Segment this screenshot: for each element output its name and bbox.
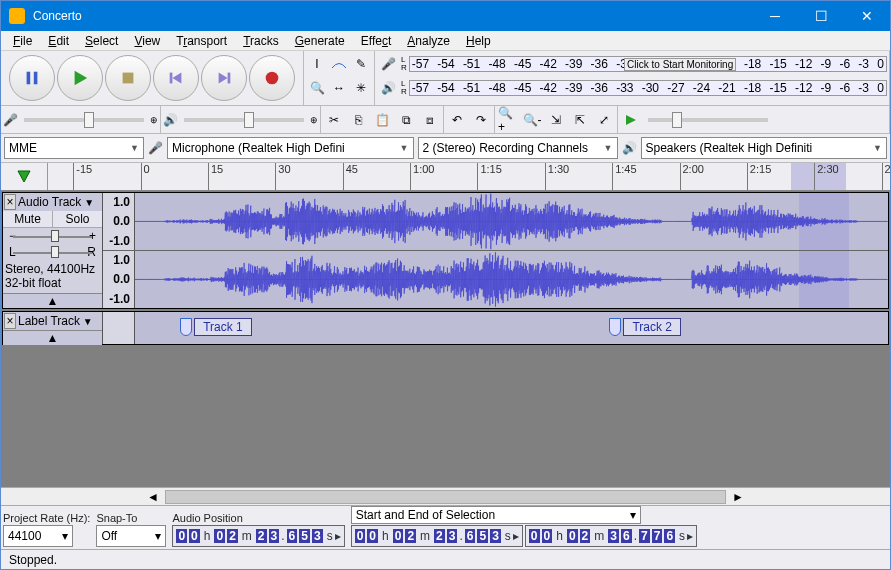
zoom-in-icon[interactable]: 🔍+ bbox=[497, 109, 519, 131]
zoom-fit-icon[interactable]: ⇱ bbox=[569, 109, 591, 131]
wave-right-channel[interactable]: 1.00.0-1.0 bbox=[103, 251, 888, 308]
zoom-tool-icon[interactable]: 🔍 bbox=[306, 77, 328, 99]
snap-label: Snap-To bbox=[96, 512, 166, 524]
svg-marker-6 bbox=[219, 73, 228, 84]
track-close-button[interactable]: × bbox=[4, 194, 16, 210]
play-vol-slider[interactable] bbox=[184, 118, 304, 122]
minimize-button[interactable]: ─ bbox=[752, 1, 798, 31]
timeline[interactable]: -1501530451:001:151:301:452:002:152:302:… bbox=[1, 163, 890, 191]
snap-combo[interactable]: Off▾ bbox=[96, 525, 166, 547]
undo-toolbar: ↶ ↷ bbox=[444, 106, 495, 133]
pan-slider[interactable]: LR bbox=[3, 244, 102, 260]
pause-button[interactable] bbox=[9, 55, 55, 101]
label-body[interactable]: Track 1Track 2 bbox=[135, 312, 888, 344]
status-bar: Stopped. bbox=[1, 549, 890, 569]
speaker-icon: 🔊 bbox=[163, 113, 178, 127]
speaker-icon[interactable]: 🔊 bbox=[377, 77, 399, 99]
stop-button[interactable] bbox=[105, 55, 151, 101]
vertical-scale: 1.00.0-1.0 bbox=[103, 193, 135, 250]
plus-icon: ⊕ bbox=[150, 115, 158, 125]
track-collapse-button[interactable]: ▲ bbox=[3, 330, 102, 345]
selection-end-box[interactable]: 00 h 02 m 36.776 s▸ bbox=[525, 525, 697, 547]
menu-help[interactable]: Help bbox=[458, 32, 499, 50]
wave-left-channel[interactable]: 1.00.0-1.0 bbox=[103, 193, 888, 251]
record-meter-toolbar: 🎤 LR -57-54-51-48-45-42-39-36-33-30-27-2… bbox=[375, 51, 890, 105]
timeline-playhead-icon[interactable] bbox=[1, 163, 47, 190]
undo-icon[interactable]: ↶ bbox=[446, 109, 468, 131]
solo-button[interactable]: Solo bbox=[53, 211, 102, 227]
track-area: × Audio Track ▼ Mute Solo −+ LR Stereo, … bbox=[1, 191, 890, 487]
menu-transport[interactable]: Transport bbox=[168, 32, 235, 50]
menu-generate[interactable]: Generate bbox=[287, 32, 353, 50]
gain-slider[interactable]: −+ bbox=[3, 228, 102, 244]
draw-tool-icon[interactable]: ✎ bbox=[350, 53, 372, 75]
svg-rect-4 bbox=[170, 73, 173, 84]
track-collapse-button[interactable]: ▲ bbox=[3, 293, 102, 308]
svg-marker-10 bbox=[18, 171, 30, 182]
copy-icon[interactable]: ⎘ bbox=[347, 109, 369, 131]
menu-tracks[interactable]: Tracks bbox=[235, 32, 287, 50]
timeline-ruler[interactable]: -1501530451:001:151:301:452:002:152:302:… bbox=[47, 163, 890, 190]
mixer-play-slider: 🔊 ⊕ bbox=[161, 106, 321, 133]
play-speed-icon[interactable] bbox=[620, 109, 642, 131]
titlebar[interactable]: Concerto ─ ☐ ✕ bbox=[1, 1, 890, 31]
audio-track: × Audio Track ▼ Mute Solo −+ LR Stereo, … bbox=[2, 192, 889, 309]
trim-icon[interactable]: ⧉ bbox=[395, 109, 417, 131]
output-device-combo[interactable]: Speakers (Realtek High Definiti▼ bbox=[641, 137, 888, 159]
paste-icon[interactable]: 📋 bbox=[371, 109, 393, 131]
selection-start-box[interactable]: 00 h 02 m 23.653 s▸ bbox=[351, 525, 523, 547]
mic-icon[interactable]: 🎤 bbox=[377, 53, 399, 75]
label-marker[interactable]: Track 1 bbox=[180, 318, 252, 336]
menubar: File Edit Select View Transport Tracks G… bbox=[1, 31, 890, 51]
window-title: Concerto bbox=[33, 9, 752, 23]
input-device-combo[interactable]: Microphone (Realtek High Defini▼ bbox=[167, 137, 414, 159]
vertical-scale: 1.00.0-1.0 bbox=[103, 251, 135, 308]
horizontal-scrollbar[interactable]: ◄► bbox=[1, 487, 890, 505]
selection-tool-icon[interactable]: I bbox=[306, 53, 328, 75]
menu-view[interactable]: View bbox=[126, 32, 168, 50]
edit-toolbar: ✂ ⎘ 📋 ⧉ ⧈ bbox=[321, 106, 444, 133]
svg-marker-2 bbox=[75, 71, 88, 85]
svg-rect-1 bbox=[34, 72, 38, 85]
skip-start-button[interactable] bbox=[153, 55, 199, 101]
menu-select[interactable]: Select bbox=[77, 32, 126, 50]
play-button[interactable] bbox=[57, 55, 103, 101]
rec-vol-slider[interactable] bbox=[24, 118, 144, 122]
label-track: ×Label Track ▼ ▲ Track 1Track 2 bbox=[2, 311, 889, 345]
zoom-sel-icon[interactable]: ⇲ bbox=[545, 109, 567, 131]
playatspeed-toolbar bbox=[618, 106, 890, 133]
record-button[interactable] bbox=[249, 55, 295, 101]
play-meter[interactable]: -57-54-51-48-45-42-39-36-33-30-27-24-21-… bbox=[409, 80, 887, 96]
record-meter[interactable]: -57-54-51-48-45-42-39-36-33-30-27-24-21-… bbox=[409, 56, 887, 72]
meter-lr-label: LR bbox=[401, 56, 407, 72]
menu-analyze[interactable]: Analyze bbox=[399, 32, 458, 50]
channels-combo[interactable]: 2 (Stereo) Recording Channels▼ bbox=[418, 137, 618, 159]
selection-range-combo[interactable]: Start and End of Selection▾ bbox=[351, 506, 641, 524]
zoom-toggle-icon[interactable]: ⤢ bbox=[593, 109, 615, 131]
host-combo[interactable]: MME▼ bbox=[4, 137, 144, 159]
menu-file[interactable]: File bbox=[5, 32, 40, 50]
audio-position-box[interactable]: 00 h 02 m 23.653 s▸ bbox=[172, 525, 344, 547]
menu-edit[interactable]: Edit bbox=[40, 32, 77, 50]
redo-icon[interactable]: ↷ bbox=[470, 109, 492, 131]
maximize-button[interactable]: ☐ bbox=[798, 1, 844, 31]
label-marker[interactable]: Track 2 bbox=[609, 318, 681, 336]
timeshift-tool-icon[interactable]: ↔ bbox=[328, 77, 350, 99]
menu-effect[interactable]: Effect bbox=[353, 32, 399, 50]
close-button[interactable]: ✕ bbox=[844, 1, 890, 31]
svg-rect-3 bbox=[123, 73, 134, 84]
silence-icon[interactable]: ⧈ bbox=[419, 109, 441, 131]
meter-start-hint[interactable]: Click to Start Monitoring bbox=[624, 58, 736, 71]
cut-icon[interactable]: ✂ bbox=[323, 109, 345, 131]
project-rate-combo[interactable]: 44100▾ bbox=[3, 525, 73, 547]
multi-tool-icon[interactable]: ✳ bbox=[350, 77, 372, 99]
mute-button[interactable]: Mute bbox=[3, 211, 53, 227]
svg-rect-7 bbox=[228, 73, 231, 84]
envelope-tool-icon[interactable] bbox=[328, 53, 350, 75]
track-name-dropdown[interactable]: Audio Track ▼ bbox=[18, 195, 101, 209]
track-close-button[interactable]: × bbox=[4, 313, 16, 329]
zoom-out-icon[interactable]: 🔍- bbox=[521, 109, 543, 131]
speed-slider[interactable] bbox=[648, 118, 768, 122]
track-name-dropdown[interactable]: Label Track ▼ bbox=[18, 314, 101, 328]
skip-end-button[interactable] bbox=[201, 55, 247, 101]
